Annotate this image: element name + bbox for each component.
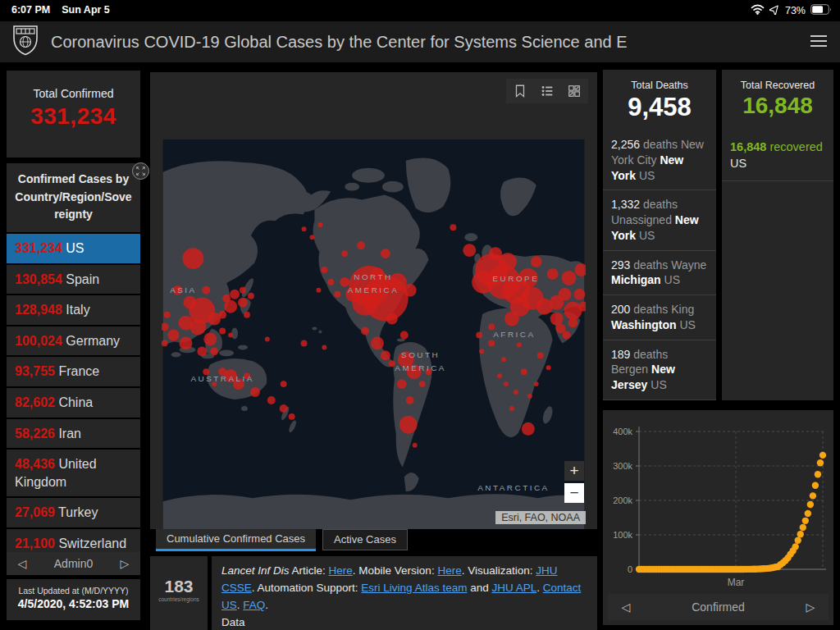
country-row[interactable]: 130,854 Spain: [7, 265, 140, 294]
case-bubble[interactable]: [386, 313, 398, 325]
case-bubble[interactable]: [203, 333, 217, 346]
zoom-in-button[interactable]: +: [564, 461, 584, 481]
case-bubble[interactable]: [202, 286, 210, 294]
country-row[interactable]: 58,226 Iran: [7, 419, 140, 449]
death-row[interactable]: 200 deaths King Washington US: [603, 295, 716, 340]
case-bubble[interactable]: [267, 396, 276, 404]
case-bubble[interactable]: [357, 241, 365, 249]
case-bubble[interactable]: [316, 288, 321, 293]
country-row[interactable]: 331,234 US: [7, 234, 140, 263]
chart-data-point[interactable]: [795, 537, 801, 544]
death-row[interactable]: 2,256 deaths New York City New York US: [603, 130, 716, 190]
chart-data-point[interactable]: [810, 492, 816, 499]
case-bubble[interactable]: [228, 333, 233, 338]
recovered-row[interactable]: 16,848 recovered US: [722, 130, 833, 181]
death-row[interactable]: 189 deaths Bergen New Jersey US: [603, 340, 716, 400]
next-arrow-icon[interactable]: ▷: [109, 557, 140, 570]
case-bubble[interactable]: [381, 249, 390, 258]
case-bubble[interactable]: [463, 244, 476, 257]
footer-link[interactable]: JHU APL: [491, 582, 536, 594]
footer-link[interactable]: Here: [437, 564, 461, 577]
case-bubble[interactable]: [509, 406, 514, 411]
case-bubble[interactable]: [562, 271, 577, 285]
tab-cumulative-confirmed[interactable]: Cumulative Confirmed Cases: [156, 529, 316, 551]
case-bubble[interactable]: [568, 318, 578, 328]
case-bubble[interactable]: [219, 328, 226, 335]
case-bubble[interactable]: [547, 268, 559, 280]
hamburger-menu-icon[interactable]: [810, 35, 827, 47]
case-bubble[interactable]: [522, 422, 535, 436]
case-bubble[interactable]: [488, 340, 495, 346]
case-bubble[interactable]: [488, 324, 495, 331]
case-bubble[interactable]: [334, 291, 340, 298]
case-bubble[interactable]: [189, 319, 206, 336]
case-bubble[interactable]: [546, 365, 551, 370]
death-row[interactable]: 293 deaths Wayne Michigan US: [603, 251, 716, 296]
case-bubble[interactable]: [302, 226, 307, 231]
case-bubble[interactable]: [573, 289, 585, 300]
case-bubble[interactable]: [322, 345, 326, 349]
case-bubble[interactable]: [238, 298, 248, 308]
expand-panel-icon[interactable]: [132, 162, 149, 180]
chart-data-point[interactable]: [797, 531, 804, 537]
footer-link[interactable]: Here: [329, 564, 353, 577]
case-bubble[interactable]: [168, 330, 180, 341]
case-bubble[interactable]: [419, 381, 426, 387]
case-bubble[interactable]: [497, 373, 502, 378]
case-bubble[interactable]: [514, 390, 518, 395]
case-bubble[interactable]: [517, 342, 522, 347]
tab-active-cases[interactable]: Active Cases: [322, 529, 408, 550]
bookmark-icon[interactable]: [513, 84, 527, 98]
case-bubble[interactable]: [397, 379, 407, 389]
case-bubble[interactable]: [399, 416, 418, 434]
case-bubble[interactable]: [265, 336, 270, 341]
chart-data-point[interactable]: [805, 510, 811, 517]
case-bubble[interactable]: [371, 336, 384, 349]
country-row[interactable]: 93,755 France: [7, 357, 140, 386]
world-map[interactable]: ASIANORTHAMERICAEUROPEAFRICASOUTHAMERICA…: [162, 139, 586, 529]
case-bubble[interactable]: [281, 381, 287, 387]
case-bubble[interactable]: [182, 248, 203, 269]
legend-list-icon[interactable]: [540, 84, 555, 98]
footer-link[interactable]: FAQ: [243, 599, 265, 611]
case-bubble[interactable]: [450, 224, 456, 231]
case-bubble[interactable]: [164, 312, 171, 318]
country-row[interactable]: 82,602 China: [7, 388, 140, 418]
prev-arrow-icon[interactable]: ◁: [608, 600, 644, 614]
footer-link[interactable]: Esri Living Atlas team: [361, 582, 467, 594]
chart-data-point[interactable]: [800, 524, 806, 531]
case-bubble[interactable]: [327, 279, 334, 285]
case-bubble[interactable]: [404, 284, 417, 297]
case-bubble[interactable]: [406, 396, 414, 404]
chart-data-point[interactable]: [807, 501, 814, 508]
case-bubble[interactable]: [476, 332, 482, 339]
country-row[interactable]: 21,100 Switzerland: [7, 529, 140, 552]
case-bubble[interactable]: [248, 293, 254, 299]
case-bubble[interactable]: [210, 347, 218, 355]
case-bubble[interactable]: [289, 413, 295, 420]
case-bubble[interactable]: [527, 394, 532, 399]
country-row[interactable]: 128,948 Italy: [7, 295, 140, 325]
chart-data-point[interactable]: [815, 471, 821, 477]
chart-data-point[interactable]: [802, 518, 809, 524]
case-bubble[interactable]: [413, 443, 418, 448]
country-row[interactable]: 100,024 Germany: [7, 326, 140, 356]
case-bubble[interactable]: [501, 357, 506, 362]
case-bubble[interactable]: [479, 349, 484, 354]
case-bubble[interactable]: [179, 336, 192, 349]
chart-data-point[interactable]: [792, 543, 799, 550]
next-arrow-icon[interactable]: ▷: [792, 600, 829, 614]
case-bubble[interactable]: [280, 404, 288, 413]
zoom-out-button[interactable]: −: [564, 483, 584, 503]
case-bubble[interactable]: [504, 312, 519, 326]
case-bubble[interactable]: [550, 313, 564, 326]
case-bubble[interactable]: [361, 327, 369, 336]
case-bubble[interactable]: [381, 350, 390, 360]
case-bubble[interactable]: [317, 222, 322, 227]
case-bubble[interactable]: [222, 294, 231, 303]
case-bubble[interactable]: [563, 331, 571, 340]
case-bubble[interactable]: [534, 381, 539, 386]
case-bubble[interactable]: [250, 387, 260, 397]
case-bubble[interactable]: [521, 368, 527, 375]
case-bubble[interactable]: [162, 340, 168, 346]
